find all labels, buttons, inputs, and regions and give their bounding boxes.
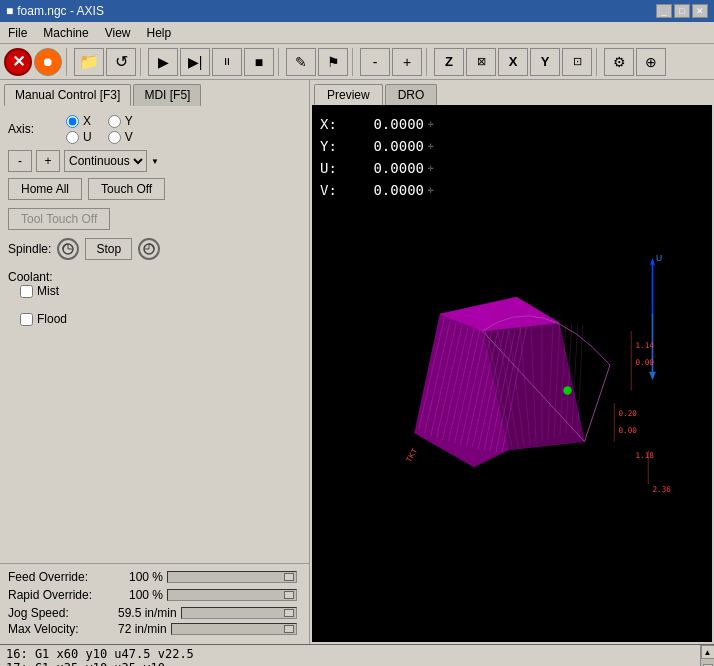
pause-button[interactable]: ⏺ (34, 48, 62, 76)
spindle-cw-button[interactable] (138, 238, 160, 260)
label-x: X (83, 114, 91, 128)
sep4 (352, 48, 356, 76)
tab-dro[interactable]: DRO (385, 84, 438, 105)
menu-machine[interactable]: Machine (39, 24, 92, 42)
sep6 (596, 48, 600, 76)
axis-options: X U Y V (66, 114, 133, 144)
estop-button[interactable]: ✕ (4, 48, 32, 76)
home-all-button[interactable]: Home All (8, 178, 82, 200)
dro-x-label: X: (320, 113, 340, 135)
zoom-minus-icon: - (373, 54, 378, 70)
radio-v[interactable] (108, 131, 121, 144)
reload-button[interactable]: ↺ (106, 48, 136, 76)
jog-plus-button[interactable]: + (36, 150, 60, 172)
scroll-up-button[interactable]: ▲ (701, 645, 715, 659)
preview-canvas[interactable]: X: 0.0000 ✛ Y: 0.0000 ✛ U: 0.0000 ✛ V: 0… (312, 105, 712, 642)
sep2 (140, 48, 144, 76)
pause2-button[interactable]: ⏸ (212, 48, 242, 76)
tool-button[interactable]: ⚙ (604, 48, 634, 76)
u-axis-label: U (656, 253, 662, 263)
sep1 (66, 48, 70, 76)
tkt-label: TKT (404, 446, 419, 463)
jog-select-arrow-icon: ▼ (151, 157, 159, 166)
camera-button[interactable]: ⊕ (636, 48, 666, 76)
max-velocity-thumb (284, 625, 294, 633)
mark-button[interactable]: ⚑ (318, 48, 348, 76)
reload-icon: ↺ (115, 52, 128, 71)
svg-text:0.00: 0.00 (619, 426, 638, 435)
radio-u[interactable] (66, 131, 79, 144)
flood-label: Flood (20, 312, 301, 326)
radio-y[interactable] (108, 115, 121, 128)
tab-mdi[interactable]: MDI [F5] (133, 84, 201, 106)
limit-button[interactable]: ⊠ (466, 48, 496, 76)
axis-xy-group: X U (66, 114, 92, 144)
camera-icon: ⊕ (645, 54, 657, 70)
edit-icon: ✎ (295, 54, 307, 70)
mist-label: Mist (20, 284, 301, 298)
stop2-icon: ■ (255, 54, 263, 70)
code-line: 16: G1 x60 y10 u47.5 v22.5 (4, 647, 696, 661)
jog-speed-label: Jog Speed: (8, 606, 118, 620)
max-velocity-row: Max Velocity: 72 in/min (8, 622, 301, 636)
step-button[interactable]: ▶| (180, 48, 210, 76)
feed-override-value: 100 % (118, 570, 163, 584)
xaxis-button[interactable]: X (498, 48, 528, 76)
spindle-stop-button[interactable]: Stop (85, 238, 132, 260)
limit-icon: ⊠ (477, 55, 486, 68)
yaxis-button[interactable]: Y (530, 48, 560, 76)
axis-yuv-group: Y V (108, 114, 133, 144)
title-bar-controls: _ □ ✕ (656, 4, 708, 18)
tabs: Manual Control [F3] MDI [F5] (0, 80, 309, 106)
home-z-button[interactable]: Z (434, 48, 464, 76)
jog-minus-button[interactable]: - (8, 150, 32, 172)
zoom-plus-button[interactable]: + (392, 48, 422, 76)
menu-help[interactable]: Help (143, 24, 176, 42)
close-button[interactable]: ✕ (692, 4, 708, 18)
jog-speed-slider[interactable] (181, 607, 297, 619)
spindle-row: Spindle: Stop (8, 238, 301, 260)
flood-checkbox[interactable] (20, 313, 33, 326)
spindle-ccw-button[interactable] (57, 238, 79, 260)
jog-mode-select[interactable]: Continuous Step (64, 150, 147, 172)
code-list: 16: G1 x60 y10 u47.5 v22.517: G1 x35 y10… (0, 645, 700, 666)
run-button[interactable]: ▶ (148, 48, 178, 76)
tab-preview[interactable]: Preview (314, 84, 383, 105)
stop2-button[interactable]: ■ (244, 48, 274, 76)
tool-touch-off-button[interactable]: Tool Touch Off (8, 208, 110, 230)
jog-speed-thumb (284, 609, 294, 617)
left-panel: Manual Control [F3] MDI [F5] Axis: X (0, 80, 310, 644)
max-velocity-value: 72 in/min (118, 622, 167, 636)
maximize-button[interactable]: □ (674, 4, 690, 18)
home-touchoff-row: Home All Touch Off (8, 178, 301, 200)
toolbar: ✕ ⏺ 📁 ↺ ▶ ▶| ⏸ ■ ✎ ⚑ - + Z ⊠ X Y ⊡ (0, 44, 714, 80)
rapid-override-value: 100 % (118, 588, 163, 602)
radio-x-row: X (66, 114, 92, 128)
run-icon: ▶ (158, 54, 169, 70)
edit-button[interactable]: ✎ (286, 48, 316, 76)
touch-off-button[interactable]: Touch Off (88, 178, 165, 200)
zoom-plus-icon: + (403, 54, 411, 70)
minimize-button[interactable]: _ (656, 4, 672, 18)
zoom-minus-button[interactable]: - (360, 48, 390, 76)
radio-x[interactable] (66, 115, 79, 128)
limit2-button[interactable]: ⊡ (562, 48, 592, 76)
dimension-labels: 1.14 0.00 0.20 0.00 1.18 2.36 (619, 341, 672, 494)
svg-text:0.00: 0.00 (636, 358, 655, 367)
max-velocity-slider[interactable] (171, 623, 297, 635)
jog-speed-row: Jog Speed: 59.5 in/min (8, 606, 301, 620)
feed-override-slider[interactable] (167, 571, 297, 583)
mist-checkbox[interactable] (20, 285, 33, 298)
u-axis-arrow (650, 258, 655, 265)
open-file-button[interactable]: 📁 (74, 48, 104, 76)
label-y: Y (125, 114, 133, 128)
spindle-cw-icon (142, 242, 156, 256)
menu-view[interactable]: View (101, 24, 135, 42)
menu-file[interactable]: File (4, 24, 31, 42)
rapid-override-slider[interactable] (167, 589, 297, 601)
radio-y-row: Y (108, 114, 133, 128)
tab-manual[interactable]: Manual Control [F3] (4, 84, 131, 106)
label-v: V (125, 130, 133, 144)
svg-text:1.18: 1.18 (636, 452, 655, 461)
preview-tabs: Preview DRO (310, 80, 714, 105)
